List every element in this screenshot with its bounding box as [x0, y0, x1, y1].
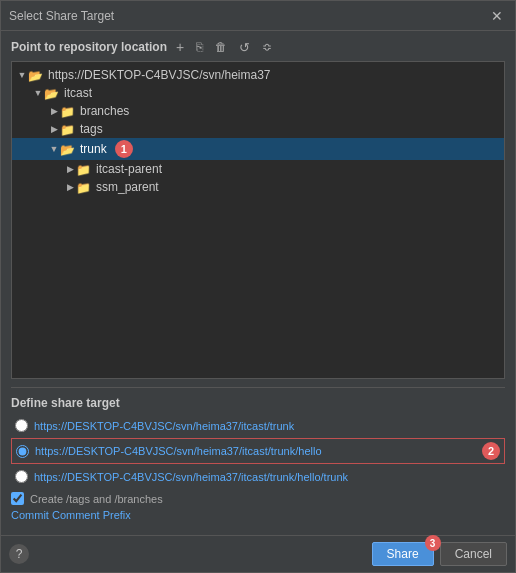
radio-input-2[interactable]: [16, 445, 29, 458]
create-tags-checkbox[interactable]: [11, 492, 24, 505]
radio-option-2[interactable]: https://DESKTOP-C4BVJSC/svn/heima37/itca…: [11, 438, 505, 464]
radio-label-3: https://DESKTOP-C4BVJSC/svn/heima37/itca…: [34, 471, 348, 483]
radio-option-3[interactable]: https://DESKTOP-C4BVJSC/svn/heima37/itca…: [11, 467, 505, 486]
tree-item-itcast[interactable]: itcast: [12, 84, 504, 102]
folder-icon-trunk: [60, 143, 76, 155]
radio-input-3[interactable]: [15, 470, 28, 483]
share-badge: 3: [425, 535, 441, 551]
tree-item-ssm-parent[interactable]: ssm_parent: [12, 178, 504, 196]
radio-option-2-badge: 2: [482, 442, 500, 460]
tree-arrow-itcast-parent: [64, 164, 76, 174]
window-title: Select Share Target: [9, 9, 114, 23]
folder-icon-tags: [60, 123, 76, 135]
tree-arrow-tags: [48, 124, 60, 134]
tree-item-tags[interactable]: tags: [12, 120, 504, 138]
radio-label-1: https://DESKTOP-C4BVJSC/svn/heima37/itca…: [34, 420, 294, 432]
toolbar-row: Point to repository location + ⎘ 🗑 ↺ ≎: [11, 39, 505, 55]
repository-tree[interactable]: https://DESKTOP-C4BVJSC/svn/heima37 itca…: [11, 61, 505, 379]
radio-group: https://DESKTOP-C4BVJSC/svn/heima37/itca…: [11, 416, 505, 486]
tree-arrow-itcast: [32, 88, 44, 98]
tree-arrow-trunk: [48, 144, 60, 154]
tree-item-itcast-parent[interactable]: itcast-parent: [12, 160, 504, 178]
main-content: Point to repository location + ⎘ 🗑 ↺ ≎ h…: [1, 31, 515, 535]
delete-button[interactable]: 🗑: [212, 40, 230, 54]
share-button[interactable]: Share 3: [372, 542, 434, 566]
define-label: Define share target: [11, 396, 505, 410]
tree-item-trunk[interactable]: trunk 1: [12, 138, 504, 160]
radio-option-1[interactable]: https://DESKTOP-C4BVJSC/svn/heima37/itca…: [11, 416, 505, 435]
tree-arrow-root: [16, 70, 28, 80]
tree-item-root[interactable]: https://DESKTOP-C4BVJSC/svn/heima37: [12, 66, 504, 84]
tree-label-tags: tags: [80, 122, 103, 136]
close-button[interactable]: ✕: [487, 8, 507, 24]
folder-icon-itcast-parent: [76, 163, 92, 175]
help-button[interactable]: ?: [9, 544, 29, 564]
refresh-button[interactable]: ↺: [236, 40, 253, 55]
section-label: Point to repository location: [11, 40, 167, 54]
tree-label-itcast: itcast: [64, 86, 92, 100]
tree-label-itcast-parent: itcast-parent: [96, 162, 162, 176]
folder-icon-root: [28, 69, 44, 81]
settings-button[interactable]: ≎: [259, 40, 275, 54]
copy-button[interactable]: ⎘: [193, 40, 206, 54]
folder-icon-ssm-parent: [76, 181, 92, 193]
tree-arrow-ssm-parent: [64, 182, 76, 192]
dialog-window: Select Share Target ✕ Point to repositor…: [0, 0, 516, 573]
tree-arrow-branches: [48, 106, 60, 116]
action-buttons: Share 3 Cancel: [372, 542, 507, 566]
checkbox-row: Create /tags and /branches: [11, 492, 505, 505]
folder-icon-branches: [60, 105, 76, 117]
add-button[interactable]: +: [173, 39, 187, 55]
radio-label-2: https://DESKTOP-C4BVJSC/svn/heima37/itca…: [35, 445, 322, 457]
define-share-section: Define share target https://DESKTOP-C4BV…: [11, 387, 505, 527]
checkbox-label: Create /tags and /branches: [30, 493, 163, 505]
radio-input-1[interactable]: [15, 419, 28, 432]
commit-prefix-link[interactable]: Commit Comment Prefix: [11, 509, 505, 521]
tree-label-trunk: trunk: [80, 142, 107, 156]
bottom-bar: ? Share 3 Cancel: [1, 535, 515, 572]
titlebar: Select Share Target ✕: [1, 1, 515, 31]
tree-label-branches: branches: [80, 104, 129, 118]
tree-label-ssm-parent: ssm_parent: [96, 180, 159, 194]
folder-icon-itcast: [44, 87, 60, 99]
trunk-badge: 1: [115, 140, 133, 158]
cancel-button[interactable]: Cancel: [440, 542, 507, 566]
tree-label-root: https://DESKTOP-C4BVJSC/svn/heima37: [48, 68, 271, 82]
tree-item-branches[interactable]: branches: [12, 102, 504, 120]
